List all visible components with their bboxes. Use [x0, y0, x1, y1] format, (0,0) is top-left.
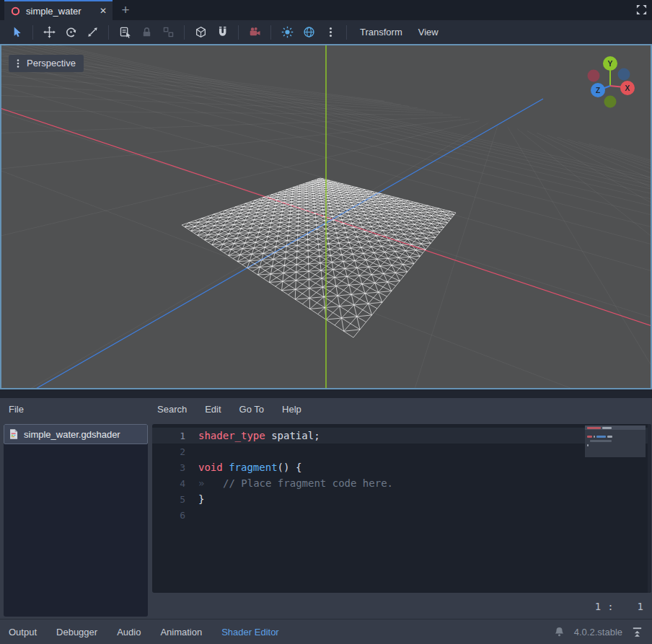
gizmo-x-label: X	[625, 84, 630, 92]
panel-top-strip	[0, 389, 652, 398]
gizmo-z-label: Z	[596, 86, 601, 94]
scale-icon	[87, 26, 99, 38]
line-number: 1	[152, 431, 185, 441]
minimap-line	[585, 447, 646, 451]
godot-editor-window: { "colors": { "accent_blue": "#3f7dd8", …	[0, 0, 652, 644]
environment-globe-icon	[303, 26, 315, 38]
snap-tool-button[interactable]	[211, 23, 233, 42]
scene-circle-icon	[10, 6, 21, 17]
more-options-tool-button[interactable]	[320, 23, 341, 42]
scene-tab-bar: simple_water ✕ +	[0, 0, 652, 20]
perspective-menu[interactable]: Perspective	[9, 55, 84, 72]
status-bar: OutputDebuggerAudioAnimationShader Edito…	[0, 619, 652, 644]
code-editor[interactable]: 1shader_type spatial;23void fragment() {…	[152, 424, 651, 593]
code-line-6[interactable]: 6	[152, 507, 651, 523]
dock-tab-output[interactable]: Output	[9, 627, 37, 638]
scene-tab-title: simple_water	[26, 6, 94, 17]
lighting-tool-button[interactable]	[276, 23, 298, 42]
line-number: 3	[152, 462, 185, 473]
shader-file-list: simple_water.gdshader	[4, 424, 148, 617]
move-tool-button[interactable]	[38, 23, 60, 42]
3d-viewport[interactable]: Perspective Y X Z	[0, 44, 652, 389]
code-line-1[interactable]: 1shader_type spatial;	[152, 428, 651, 444]
file-list-item[interactable]: simple_water.gdshader	[4, 424, 148, 444]
viewport-toolbar: TransformView	[0, 20, 652, 44]
caret-position: 1 : 1	[595, 597, 643, 616]
notification-bell-icon[interactable]	[553, 626, 565, 638]
scale-tool-button[interactable]	[82, 23, 103, 42]
camera-preview-tool-button[interactable]	[244, 23, 265, 42]
code-text: shader_type spatial;	[185, 430, 320, 441]
3d-scene-canvas[interactable]	[1, 45, 651, 388]
toolbar-separator	[346, 25, 347, 40]
editor-menu-bar: SearchEditGo ToHelp	[157, 404, 301, 415]
move-icon	[43, 26, 56, 38]
new-tab-button[interactable]: +	[118, 1, 133, 19]
dock-tab-animation[interactable]: Animation	[160, 627, 202, 638]
select-tool-button[interactable]	[6, 23, 27, 42]
toolbar-separator	[238, 25, 239, 40]
rotate-tool-button[interactable]	[60, 23, 82, 42]
lock-icon	[141, 26, 153, 38]
gizmo-neg-x-ball[interactable]	[588, 70, 600, 82]
select-arrow-icon	[11, 26, 23, 38]
line-number: 4	[152, 478, 185, 489]
toolbar-separator	[184, 25, 185, 40]
view-menu[interactable]: View	[410, 23, 446, 42]
editor-menu-go-to[interactable]: Go To	[239, 404, 264, 415]
line-number: 5	[152, 494, 185, 505]
caret-line: 1	[595, 601, 601, 612]
dock-tab-shader-editor[interactable]: Shader Editor	[221, 627, 279, 638]
tab-close-icon[interactable]: ✕	[100, 6, 107, 15]
code-line-2[interactable]: 2	[152, 444, 651, 459]
caret-column: 1	[638, 601, 643, 612]
snap-magnet-icon	[216, 26, 229, 38]
gizmo-y-label: Y	[607, 59, 612, 68]
bottom-dock-tabs: OutputDebuggerAudioAnimationShader Edito…	[9, 627, 299, 638]
version-label: 4.0.2.stable	[574, 627, 622, 638]
mesh-cube-icon	[195, 26, 207, 38]
expand-bottom-panel-icon[interactable]	[631, 626, 643, 638]
rotate-icon	[65, 26, 77, 38]
transform-menu[interactable]: Transform	[352, 23, 410, 42]
axis-gizmo[interactable]: Y X Z	[578, 50, 645, 115]
environment-tool-button[interactable]	[298, 23, 320, 42]
more-options-dots-icon	[325, 26, 337, 38]
camera-preview-icon	[249, 26, 261, 38]
editor-menu-help[interactable]: Help	[282, 404, 301, 415]
code-text: }	[185, 493, 204, 505]
caret-separator: :	[607, 601, 613, 612]
perspective-label: Perspective	[27, 58, 76, 69]
mesh-tool-button[interactable]	[190, 23, 211, 42]
code-text: »// Place fragment code here.	[185, 477, 393, 489]
code-lines: 1shader_type spatial;23void fragment() {…	[152, 424, 651, 523]
code-minimap[interactable]	[585, 425, 646, 457]
fullscreen-icon[interactable]	[635, 4, 648, 17]
code-line-5[interactable]: 5}	[152, 491, 651, 507]
code-line-4[interactable]: 4»// Place fragment code here.	[152, 475, 651, 491]
code-text: void fragment() {	[185, 462, 301, 473]
file-name: simple_water.gdshader	[24, 429, 120, 440]
editor-menu-edit[interactable]: Edit	[205, 404, 221, 415]
group-tool-button[interactable]	[157, 23, 179, 42]
dots-vertical-icon	[14, 58, 22, 69]
code-line-3[interactable]: 3void fragment() {	[152, 459, 651, 475]
editor-menu-search[interactable]: Search	[157, 404, 187, 415]
file-menu[interactable]: File	[9, 404, 24, 415]
toolbar-separator	[270, 25, 271, 40]
shader-editor-panel: File SearchEditGo ToHelp simple_water.gd…	[0, 389, 652, 619]
selection-list-icon	[119, 26, 131, 38]
dock-tab-audio[interactable]: Audio	[117, 627, 141, 638]
scene-tab-simple-water[interactable]: simple_water ✕	[4, 0, 113, 20]
dock-tab-debugger[interactable]: Debugger	[56, 627, 97, 638]
gizmo-neg-y-ball[interactable]	[604, 96, 617, 108]
selection-list-tool-button[interactable]	[114, 23, 136, 42]
lock-tool-button[interactable]	[136, 23, 157, 42]
group-icon	[162, 26, 175, 38]
shader-file-icon	[9, 428, 19, 440]
gizmo-neg-z-ball[interactable]	[618, 69, 630, 81]
toolbar-separator	[108, 25, 109, 40]
sun-light-icon	[281, 26, 294, 38]
line-number: 2	[152, 446, 185, 457]
editor-scrollbar[interactable]	[648, 424, 651, 593]
